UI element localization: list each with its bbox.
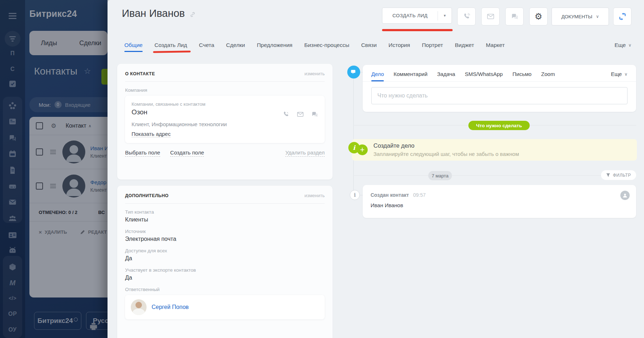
timeline-date-separator bbox=[353, 175, 636, 176]
tab-deals[interactable]: Сделки bbox=[226, 42, 245, 52]
copy-link-icon[interactable] bbox=[189, 11, 196, 18]
field-label: Источник bbox=[125, 229, 325, 234]
market-icon[interactable] bbox=[0, 263, 25, 271]
edit-section-link[interactable]: изменить bbox=[304, 193, 325, 198]
tasks-icon[interactable] bbox=[0, 80, 25, 88]
bitrix24-footer-button[interactable]: Битрикс24 bbox=[34, 312, 81, 330]
company-email-icon[interactable] bbox=[297, 111, 304, 119]
tab-business-processes[interactable]: Бизнес-процессы bbox=[304, 42, 349, 52]
section-title: ДОПОЛНИТЕЛЬНО bbox=[125, 193, 168, 198]
marketing-m-icon[interactable]: М bbox=[0, 279, 25, 287]
todo-input[interactable] bbox=[371, 87, 628, 104]
favorite-star-icon[interactable]: ☆ bbox=[84, 67, 91, 76]
documents-button[interactable]: ДОКУМЕНТЫ ∨ bbox=[552, 8, 609, 25]
feed-filter-icon[interactable] bbox=[0, 31, 25, 47]
tab-general[interactable]: Общие bbox=[124, 42, 143, 52]
printer-icon[interactable] bbox=[89, 322, 98, 331]
grid-actions-row: × УДАЛИТЬ РЕДАКТ bbox=[29, 222, 108, 242]
timeline-entry-card[interactable]: Создан контакт 09:57 Иван Иванов bbox=[363, 185, 636, 218]
tab-email[interactable]: Письмо bbox=[512, 71, 531, 81]
company-chat-icon[interactable] bbox=[311, 111, 318, 119]
composer-tabs: Дело Комментарий Задача SMS/WhatsApp Пис… bbox=[363, 65, 636, 82]
tab-activity[interactable]: Дело bbox=[371, 71, 384, 81]
field-value: Клиенты bbox=[125, 216, 325, 223]
tab-quotes[interactable]: Предложения bbox=[257, 42, 292, 52]
rail-letter-p[interactable]: П bbox=[0, 50, 25, 57]
rail-letter-or[interactable]: ОР bbox=[0, 311, 25, 317]
contact-name-link[interactable]: Иван И bbox=[90, 145, 108, 151]
company-name[interactable]: Озон bbox=[132, 108, 227, 116]
table-row[interactable]: Иван И Клиент bbox=[29, 135, 108, 169]
delete-button[interactable]: УДАЛИТЬ bbox=[45, 229, 67, 235]
avatar bbox=[131, 299, 147, 315]
tab-history[interactable]: История bbox=[388, 42, 410, 52]
open-fullscreen-button[interactable] bbox=[613, 8, 631, 25]
responsible-card[interactable]: Сергей Попов bbox=[125, 295, 325, 319]
edit-section-link[interactable]: изменить bbox=[304, 71, 325, 76]
ai-bot-icon[interactable] bbox=[0, 246, 25, 255]
create-field-link[interactable]: Создать поле bbox=[170, 149, 204, 157]
tab-more[interactable]: Еще∨ bbox=[615, 42, 631, 52]
calendar-icon[interactable] bbox=[0, 149, 25, 158]
rail-letter-ou[interactable]: ОУ bbox=[0, 327, 25, 333]
select-field-link[interactable]: Выбрать поле bbox=[125, 149, 160, 157]
documents-label: ДОКУМЕНТЫ bbox=[561, 14, 592, 19]
column-header-contact[interactable]: Контакт bbox=[66, 123, 86, 129]
avatar bbox=[62, 175, 85, 197]
documents-icon[interactable] bbox=[0, 166, 25, 175]
grid-settings-gear-icon[interactable]: ⚙ bbox=[51, 122, 56, 130]
tab-zoom[interactable]: Zoom bbox=[541, 71, 555, 81]
table-row[interactable]: Федор Клиент bbox=[29, 169, 108, 203]
responsible-label: Ответственный bbox=[125, 287, 325, 292]
mail-icon[interactable] bbox=[0, 198, 25, 206]
call-button[interactable] bbox=[457, 8, 476, 25]
chevron-down-icon[interactable]: ▾ bbox=[438, 13, 452, 18]
show-address-link[interactable]: Показать адрес bbox=[132, 131, 171, 137]
tab-invoices[interactable]: Счета bbox=[199, 42, 214, 52]
row-menu-icon[interactable] bbox=[50, 150, 56, 151]
sites-icon[interactable] bbox=[0, 117, 25, 126]
row-checkbox[interactable] bbox=[36, 148, 43, 156]
developer-code-icon[interactable]: </> bbox=[0, 295, 25, 301]
row-checkbox[interactable] bbox=[36, 182, 43, 190]
tab-more[interactable]: Еще∨ bbox=[611, 71, 628, 81]
field-label: Тип контакта bbox=[125, 209, 325, 215]
tab-market[interactable]: Маркет bbox=[486, 42, 505, 52]
edit-button[interactable]: РЕДАКТ bbox=[88, 229, 107, 235]
tab-sms-whatsapp[interactable]: SMS/WhatsApp bbox=[465, 71, 503, 81]
settings-gear-button[interactable]: ⚙ bbox=[529, 8, 548, 25]
tab-widget[interactable]: Виджет bbox=[455, 42, 474, 52]
crm-icon[interactable] bbox=[0, 101, 25, 110]
tab-deals[interactable]: Сделки bbox=[79, 39, 101, 47]
timeline-filter-button[interactable]: ФИЛЬТР bbox=[601, 170, 636, 180]
messenger-icon[interactable] bbox=[0, 134, 25, 142]
counter-filter-row[interactable]: Мои: 0 Входящие bbox=[29, 97, 108, 112]
contact-card-icon[interactable] bbox=[0, 230, 25, 240]
tab-leads[interactable]: Лиды bbox=[41, 39, 57, 47]
tab-create-lead-label: Создать Лид bbox=[154, 42, 187, 48]
tab-relations[interactable]: Связи bbox=[361, 42, 377, 52]
filter-label: ФИЛЬТР bbox=[613, 173, 631, 178]
contact-name-link[interactable]: Федор bbox=[90, 179, 107, 185]
menu-hamburger-icon[interactable] bbox=[0, 9, 25, 16]
tab-comment[interactable]: Комментарий bbox=[393, 71, 427, 81]
funnel-icon bbox=[606, 173, 610, 177]
create-activity-banner[interactable]: + Создайте дело Запланируйте следующий ш… bbox=[352, 139, 637, 161]
email-button[interactable] bbox=[481, 8, 500, 25]
rail-letter-c[interactable]: С bbox=[0, 66, 25, 72]
chat-button[interactable] bbox=[505, 8, 524, 25]
row-menu-icon[interactable] bbox=[50, 184, 56, 185]
tab-task[interactable]: Задача bbox=[437, 71, 455, 81]
sort-asc-icon[interactable]: ∧ bbox=[89, 124, 91, 128]
responsible-name-link[interactable]: Сергей Попов bbox=[152, 304, 189, 310]
tab-create-lead[interactable]: Создать Лид bbox=[154, 42, 187, 52]
tab-profile[interactable]: Портрет bbox=[422, 42, 443, 52]
groups-icon[interactable] bbox=[0, 214, 25, 223]
drive-icon[interactable] bbox=[0, 182, 25, 191]
company-card[interactable]: Компании, связанные с контактом Озон Кли… bbox=[125, 96, 325, 143]
company-call-icon[interactable] bbox=[282, 111, 290, 119]
delete-section-link[interactable]: Удалить раздел bbox=[285, 149, 325, 157]
select-all-checkbox[interactable] bbox=[36, 122, 43, 129]
add-button-cut[interactable] bbox=[101, 69, 108, 85]
create-lead-button[interactable]: СОЗДАТЬ ЛИД ▾ bbox=[382, 8, 452, 24]
